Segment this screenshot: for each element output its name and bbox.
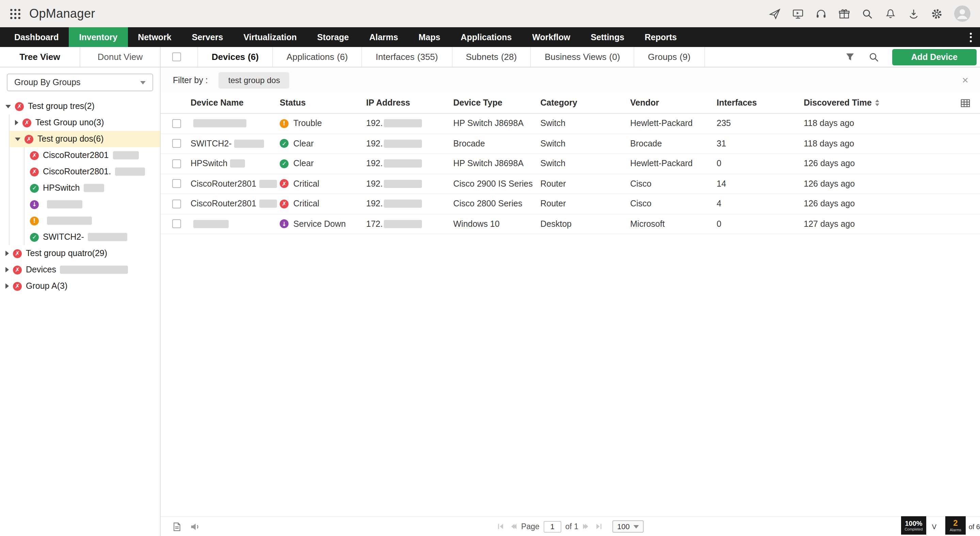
ip-cell: 192.: [366, 119, 453, 128]
device-name-cell[interactable]: SWITCH2-: [191, 139, 280, 148]
first-page-icon[interactable]: [497, 522, 505, 531]
column-header-ip-address[interactable]: IP Address: [366, 98, 453, 108]
device-name-cell[interactable]: [191, 120, 280, 128]
paper-plane-icon[interactable]: [769, 8, 781, 19]
device-name-cell[interactable]: CiscoRouter2801: [191, 179, 280, 189]
user-avatar[interactable]: [954, 5, 970, 22]
nav-item-servers[interactable]: Servers: [182, 27, 234, 47]
headset-icon[interactable]: [815, 8, 827, 19]
chevron-right-icon[interactable]: [5, 267, 9, 273]
row-checkbox[interactable]: [172, 199, 181, 208]
tree-item-device[interactable]: [24, 196, 160, 212]
chevron-right-icon[interactable]: [15, 120, 18, 125]
tree-item-device[interactable]: CiscoRouter2801: [24, 147, 160, 163]
row-checkbox[interactable]: [172, 139, 181, 148]
tab-subnets[interactable]: Subnets(28): [452, 47, 531, 67]
tree-item-device[interactable]: [24, 212, 160, 229]
column-header-discovered-time[interactable]: Discovered Time: [804, 98, 920, 108]
table-row[interactable]: Service Down 172. Windows 10 Desktop Mic…: [161, 214, 980, 234]
chevron-right-icon[interactable]: [5, 250, 9, 256]
discovery-progress-badge[interactable]: 100% Completed: [901, 516, 926, 534]
group-by-dropdown[interactable]: Group By Groups: [7, 73, 153, 91]
apps-grid-icon[interactable]: [10, 8, 21, 19]
tree-item-group[interactable]: Test group tres(2): [0, 98, 160, 115]
table-row[interactable]: SWITCH2- Clear 192. Brocade Switch Broca…: [161, 134, 980, 154]
alarms-badge[interactable]: 2 Alarms: [945, 516, 966, 534]
gear-icon[interactable]: [931, 8, 943, 19]
nav-item-alarms[interactable]: Alarms: [359, 27, 408, 47]
filter-chip[interactable]: test group dos: [219, 72, 290, 88]
column-header-status[interactable]: Status: [280, 98, 366, 108]
nav-item-inventory[interactable]: Inventory: [69, 27, 128, 47]
close-icon[interactable]: [962, 75, 969, 86]
column-header-category[interactable]: Category: [540, 98, 630, 108]
tab-groups[interactable]: Groups(9): [634, 47, 705, 67]
tab-business-views[interactable]: Business Views(0): [531, 47, 634, 67]
nav-item-dashboard[interactable]: Dashboard: [4, 27, 69, 47]
page-label: Page: [521, 522, 540, 531]
device-name-cell[interactable]: CiscoRouter2801: [191, 199, 280, 209]
announce-icon[interactable]: [189, 521, 201, 532]
column-chooser-icon[interactable]: [960, 98, 970, 108]
previous-page-icon[interactable]: [509, 522, 517, 531]
sort-icon[interactable]: [875, 99, 879, 106]
tab-devices[interactable]: Devices(6): [197, 47, 273, 67]
search-icon[interactable]: [869, 51, 880, 63]
row-checkbox[interactable]: [172, 179, 181, 188]
select-all-checkbox[interactable]: [172, 53, 181, 61]
chevron-right-icon[interactable]: [5, 283, 9, 289]
page-number-input[interactable]: [543, 521, 561, 532]
nav-item-virtualization[interactable]: Virtualization: [234, 27, 307, 47]
chevron-down-icon[interactable]: [15, 137, 21, 140]
row-checkbox[interactable]: [172, 160, 181, 168]
tree-item-group[interactable]: Test group quatro(29): [0, 245, 160, 262]
device-name-cell[interactable]: [191, 220, 280, 228]
export-icon[interactable]: [171, 521, 182, 532]
hand-download-icon[interactable]: [908, 8, 920, 19]
table-row[interactable]: HPSwitch Clear 192. HP Switch J8698A Swi…: [161, 154, 980, 174]
nav-item-workflow[interactable]: Workflow: [522, 27, 581, 47]
tree-item-device[interactable]: HPSwitch: [24, 180, 160, 196]
filter-icon[interactable]: [845, 51, 856, 63]
last-page-icon[interactable]: [595, 522, 603, 531]
nav-item-maps[interactable]: Maps: [408, 27, 450, 47]
next-page-icon[interactable]: [582, 522, 591, 531]
tree-children: CiscoRouter2801 CiscoRouter2801. HPSwitc…: [24, 147, 160, 245]
nav-item-network[interactable]: Network: [127, 27, 182, 47]
kebab-menu-icon[interactable]: [962, 27, 980, 47]
screen-share-icon[interactable]: [792, 8, 804, 19]
column-header-device-name[interactable]: Device Name: [191, 98, 280, 108]
tree-view-button[interactable]: Tree View: [0, 47, 80, 67]
row-checkbox[interactable]: [172, 220, 181, 228]
table-row[interactable]: CiscoRouter2801 Critical 192. Cisco 2900…: [161, 174, 980, 194]
device-name-cell[interactable]: HPSwitch: [191, 159, 280, 169]
table-row[interactable]: CiscoRouter2801 Critical 192. Cisco 2800…: [161, 194, 980, 214]
tree-item-group[interactable]: Group A(3): [0, 278, 160, 294]
nav-item-settings[interactable]: Settings: [581, 27, 635, 47]
tree-item-group-selected[interactable]: Test group dos(6): [10, 131, 160, 147]
chevron-down-icon[interactable]: [5, 105, 11, 108]
tree-item-label: Test group dos(6): [37, 134, 104, 144]
tree-item-group[interactable]: Test Group uno(3): [10, 115, 160, 131]
column-header-device-type[interactable]: Device Type: [453, 98, 540, 108]
search-icon[interactable]: [862, 8, 873, 19]
table-row[interactable]: Trouble 192. HP Switch J8698A Switch Hew…: [161, 114, 980, 134]
column-header-interfaces[interactable]: Interfaces: [717, 98, 804, 108]
nav-item-reports[interactable]: Reports: [635, 27, 687, 47]
column-header-vendor[interactable]: Vendor: [630, 98, 717, 108]
gift-icon[interactable]: [838, 8, 850, 19]
tab-count: (9): [679, 52, 690, 62]
inventory-toolbar: Tree View Donut View Devices(6) Applicat…: [0, 47, 980, 67]
tab-interfaces[interactable]: Interfaces(355): [362, 47, 452, 67]
add-device-button[interactable]: Add Device: [892, 49, 977, 65]
page-size-select[interactable]: 100: [612, 520, 644, 533]
nav-item-storage[interactable]: Storage: [307, 27, 359, 47]
tree-item-device[interactable]: CiscoRouter2801.: [24, 163, 160, 180]
row-checkbox[interactable]: [172, 119, 181, 128]
tab-applications[interactable]: Applications(6): [273, 47, 362, 67]
donut-view-button[interactable]: Donut View: [80, 47, 160, 67]
tree-item-group[interactable]: Devices: [0, 262, 160, 278]
bell-icon[interactable]: [885, 8, 896, 19]
nav-item-applications[interactable]: Applications: [450, 27, 522, 47]
tree-item-device[interactable]: SWITCH2-: [24, 229, 160, 245]
